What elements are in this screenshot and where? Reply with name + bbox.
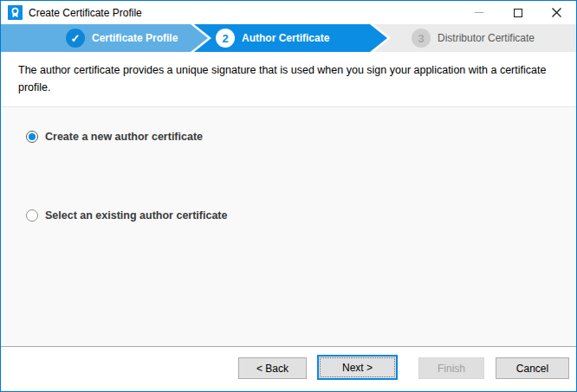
- radio-option-create-new-certificate[interactable]: Create a new author certificate: [26, 131, 203, 143]
- step-distributor-certificate: 3 Distributor Certificate: [412, 24, 535, 52]
- title-bar: Create Certificate Profile: [1, 1, 576, 24]
- next-button[interactable]: Next >: [317, 355, 398, 380]
- step-certificate-profile: ✓ Certificate Profile: [66, 24, 178, 52]
- radio-selected-dot: [29, 133, 36, 140]
- back-button[interactable]: < Back: [238, 357, 307, 379]
- create-certificate-profile-dialog: Create Certificate Profile ✓ Cer: [0, 0, 577, 392]
- maximize-button[interactable]: [498, 1, 537, 24]
- minimize-button[interactable]: [459, 1, 498, 24]
- minimize-icon: [475, 12, 483, 13]
- close-icon: [552, 8, 561, 17]
- certificate-badge-icon: [8, 5, 23, 20]
- window-title: Create Certificate Profile: [29, 7, 459, 19]
- radio-button-icon[interactable]: [26, 209, 38, 222]
- maximize-icon: [514, 9, 522, 17]
- step-completed-check-icon: ✓: [66, 29, 85, 48]
- window-controls: [459, 1, 576, 24]
- close-button[interactable]: [537, 1, 576, 24]
- wizard-step-bar: ✓ Certificate Profile 2 Author Certifica…: [1, 24, 576, 52]
- radio-button-icon[interactable]: [26, 131, 38, 143]
- radio-option-label: Create a new author certificate: [45, 131, 203, 143]
- step-label: Author Certificate: [242, 32, 329, 44]
- step-number-badge: 3: [412, 29, 431, 48]
- step-label: Distributor Certificate: [438, 32, 535, 44]
- dialog-button-bar: < Back Next > Finish Cancel: [1, 347, 576, 391]
- step-author-certificate: 2 Author Certificate: [216, 24, 329, 52]
- radio-option-select-existing-certificate[interactable]: Select an existing author certificate: [26, 209, 228, 222]
- step-label: Certificate Profile: [92, 32, 178, 44]
- step-number-badge: 2: [216, 29, 235, 48]
- radio-option-label: Select an existing author certificate: [45, 209, 228, 222]
- step-description-text: The author certificate provides a unique…: [1, 52, 576, 107]
- author-certificate-options: Create a new author certificate Select a…: [1, 107, 576, 347]
- cancel-button[interactable]: Cancel: [496, 357, 569, 379]
- finish-button[interactable]: Finish: [418, 357, 484, 379]
